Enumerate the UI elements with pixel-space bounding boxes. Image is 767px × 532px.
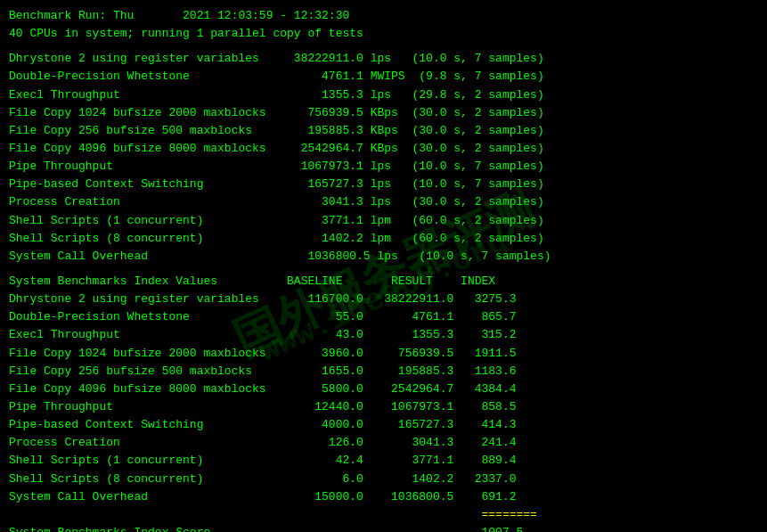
result-line: File Copy 1024 bufsize 2000 maxblocks 75…	[9, 104, 758, 122]
index-row: Pipe-based Context Switching 4000.0 1657…	[9, 416, 758, 434]
index-row: Execl Throughput 43.0 1355.3 315.2	[9, 326, 758, 344]
result-line: System Call Overhead 1036800.5 lps (10.0…	[9, 248, 758, 266]
result-line: Pipe-based Context Switching 165727.3 lp…	[9, 176, 758, 193]
index-header: System Benchmarks Index Values BASELINE …	[9, 273, 758, 291]
result-line: File Copy 4096 bufsize 8000 maxblocks 25…	[9, 140, 758, 158]
terminal: 国外服务器评测 www.idespy.org Benchmark Run: Th…	[9, 7, 758, 532]
index-header-line: System Benchmarks Index Values BASELINE …	[9, 273, 758, 291]
index-row: Shell Scripts (8 concurrent) 6.0 1402.2 …	[9, 471, 758, 488]
header-section: Benchmark Run: Thu 2021 12:03:59 - 12:32…	[9, 7, 758, 43]
result-line: File Copy 256 bufsize 500 maxblocks 1958…	[9, 122, 758, 140]
header-line: 40 CPUs in system; running 1 parallel co…	[9, 25, 758, 43]
index-row: File Copy 256 bufsize 500 maxblocks 1655…	[9, 363, 758, 381]
index-row: Pipe Throughput 12440.0 1067973.1 858.5	[9, 398, 758, 416]
index-row: System Call Overhead 15000.0 1036800.5 6…	[9, 488, 758, 506]
results-section: Dhrystone 2 using register variables 382…	[9, 50, 758, 266]
index-row: File Copy 1024 bufsize 2000 maxblocks 39…	[9, 345, 758, 363]
score-line: System Benchmarks Index Score 1007.5	[9, 524, 758, 532]
index-row: Process Creation 126.0 3041.3 241.4	[9, 434, 758, 452]
header-line: Benchmark Run: Thu 2021 12:03:59 - 12:32…	[9, 7, 758, 25]
result-line: Shell Scripts (1 concurrent) 3771.1 lpm …	[9, 212, 758, 230]
result-line: Double-Precision Whetstone 4761.1 MWIPS …	[9, 68, 758, 86]
result-line: Dhrystone 2 using register variables 382…	[9, 50, 758, 68]
index-row: Dhrystone 2 using register variables 116…	[9, 291, 758, 308]
result-line: Process Creation 3041.3 lps (30.0 s, 2 s…	[9, 193, 758, 211]
result-line: Shell Scripts (8 concurrent) 1402.2 lpm …	[9, 230, 758, 248]
result-line: Execl Throughput 1355.3 lps (29.8 s, 2 s…	[9, 86, 758, 104]
index-row: Double-Precision Whetstone 55.0 4761.1 8…	[9, 308, 758, 326]
index-row: Shell Scripts (1 concurrent) 42.4 3771.1…	[9, 452, 758, 470]
index-row: File Copy 4096 bufsize 8000 maxblocks 58…	[9, 381, 758, 398]
result-line: Pipe Throughput 1067973.1 lps (10.0 s, 7…	[9, 158, 758, 176]
index-section: Dhrystone 2 using register variables 116…	[9, 291, 758, 506]
separator-line: ========	[9, 506, 758, 524]
